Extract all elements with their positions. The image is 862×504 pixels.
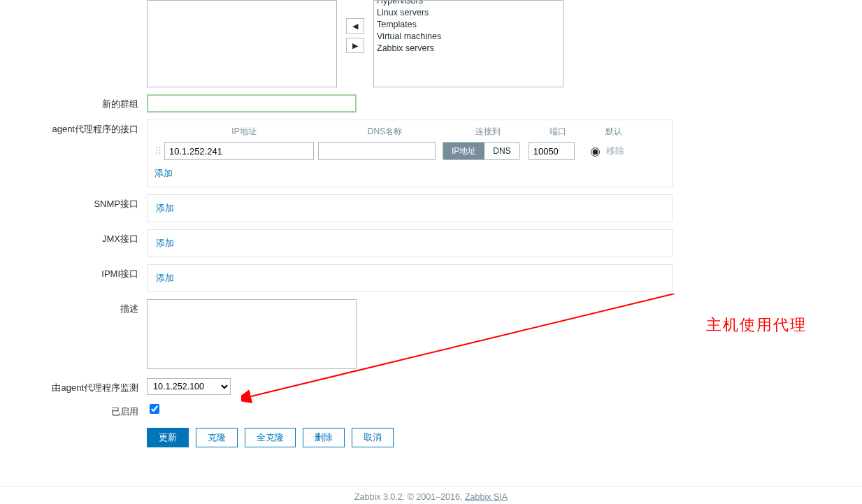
interface-port-input[interactable] [529,142,575,160]
footer: Zabbix 3.0.2. © 2001–2016, Zabbix SIA [0,486,862,502]
description-textarea[interactable] [147,299,357,369]
enabled-checkbox[interactable] [150,404,159,414]
move-left-button[interactable]: ◀ [346,18,364,34]
snmp-interface-add-link[interactable]: 添加 [156,203,174,213]
interface-default-radio[interactable] [591,147,600,157]
jmx-interfaces-label: JMX接口 [0,229,147,245]
snmp-interfaces-box: 添加 [147,194,673,222]
footer-text: Zabbix 3.0.2. © 2001–2016, [354,492,465,502]
groups-label [0,0,147,3]
iface-header-ip: IP地址 [164,126,324,138]
jmx-interface-add-link[interactable]: 添加 [156,238,174,248]
cancel-button[interactable]: 取消 [352,428,394,447]
interface-ip-input[interactable] [164,142,314,160]
new-group-input[interactable] [147,94,357,113]
annotation-text: 主机使用代理 [706,315,807,336]
list-item[interactable]: Linux servers [377,7,560,19]
proxy-select[interactable]: 10.1.252.100 [147,378,231,395]
groups-in-listbox[interactable] [147,0,337,87]
connect-to-dns-button[interactable]: DNS [484,143,519,159]
triangle-left-icon: ◀ [352,22,358,31]
footer-zabbix-link[interactable]: Zabbix SIA [465,492,508,502]
ipmi-interface-add-link[interactable]: 添加 [156,273,174,283]
enabled-label: 已启用 [0,402,147,418]
iface-header-dns: DNS名称 [324,126,446,138]
list-item[interactable]: Zabbix servers [377,43,560,55]
interface-dns-input[interactable] [318,142,436,160]
iface-header-port: 端口 [530,126,586,138]
drag-handle-icon[interactable]: ⠿ [155,145,164,157]
iface-header-conn: 连接到 [446,126,530,138]
groups-other-listbox[interactable]: Hypervisors Linux servers Templates Virt… [373,0,563,87]
agent-interfaces-box: IP地址 DNS名称 连接到 端口 默认 ⠿ IP地址 DNS 移除 [147,120,673,187]
update-button[interactable]: 更新 [147,428,189,447]
agent-interfaces-label: agent代理程序的接口 [0,120,147,136]
clone-button[interactable]: 克隆 [196,428,238,447]
ipmi-interfaces-label: IPMI接口 [0,264,147,280]
triangle-right-icon: ▶ [352,41,358,50]
jmx-interfaces-box: 添加 [147,229,673,257]
move-right-button[interactable]: ▶ [346,38,364,53]
iface-header-def: 默认 [586,126,642,138]
interface-header-row: IP地址 DNS名称 连接到 端口 默认 [155,126,665,138]
agent-interface-add-link[interactable]: 添加 [155,168,173,178]
description-label: 描述 [0,299,147,315]
list-item[interactable]: Templates [377,19,560,31]
ipmi-interfaces-box: 添加 [147,264,673,292]
delete-button[interactable]: 删除 [303,428,345,447]
new-group-label: 新的群组 [0,94,147,110]
full-clone-button[interactable]: 全克隆 [245,428,296,447]
connect-to-toggle: IP地址 DNS [443,142,520,160]
agent-interface-row: ⠿ IP地址 DNS 移除 [155,142,665,160]
list-item[interactable]: Hypervisors [377,0,560,7]
monitored-by-proxy-label: 由agent代理程序监测 [0,378,147,394]
list-item[interactable]: Virtual machines [377,31,560,43]
interface-remove-link[interactable]: 移除 [606,145,624,157]
connect-to-ip-button[interactable]: IP地址 [443,143,484,159]
action-button-row: 更新 克隆 全克隆 删除 取消 [147,428,862,447]
snmp-interfaces-label: SNMP接口 [0,194,147,210]
